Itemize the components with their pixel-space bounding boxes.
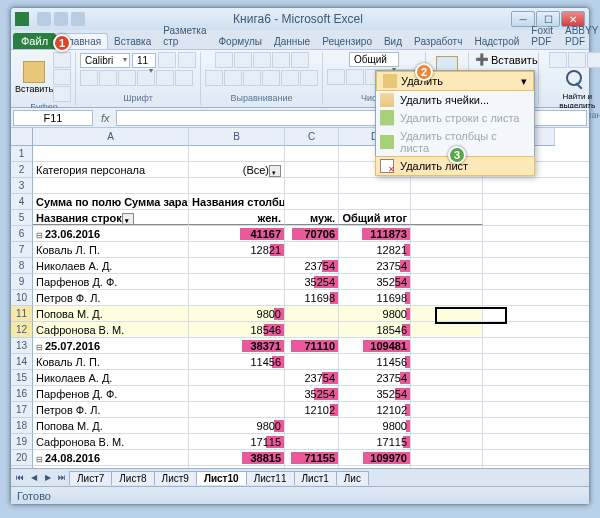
- sort-icon[interactable]: [587, 52, 600, 68]
- currency-icon[interactable]: [327, 69, 345, 85]
- callout-marker-1: 1: [53, 34, 71, 52]
- grid[interactable]: Категория персонала(Все)Сумма по полю Су…: [33, 146, 589, 468]
- paste-icon: [23, 61, 45, 83]
- filter-dropdown-icon[interactable]: [269, 165, 281, 177]
- find-icon: [566, 70, 588, 92]
- cut-icon[interactable]: [53, 52, 71, 68]
- sheet-tab[interactable]: Лист11: [246, 471, 295, 485]
- decrease-font-icon[interactable]: [178, 52, 196, 68]
- align-middle-icon[interactable]: [234, 52, 252, 68]
- align-center-icon[interactable]: [224, 70, 242, 86]
- sheet-tab[interactable]: Лист1: [294, 471, 337, 485]
- sheet-nav-last[interactable]: ⏭: [55, 471, 69, 485]
- sheet-tab-active[interactable]: Лист10: [196, 471, 247, 485]
- underline-icon[interactable]: [118, 70, 136, 86]
- delete-sheet-icon: [380, 159, 394, 173]
- excel-icon: [15, 12, 29, 26]
- format-painter-icon[interactable]: [53, 86, 71, 102]
- fill-color-icon[interactable]: [156, 70, 174, 86]
- indent-decrease-icon[interactable]: [262, 70, 280, 86]
- filter-dropdown-icon[interactable]: [122, 213, 134, 225]
- orientation-icon[interactable]: [272, 52, 290, 68]
- font-name-select[interactable]: Calibri: [80, 53, 130, 68]
- bold-icon[interactable]: [80, 70, 98, 86]
- delete-icon: [383, 74, 397, 88]
- col-header-a[interactable]: A: [33, 128, 189, 146]
- sheet-tab[interactable]: Лист8: [111, 471, 154, 485]
- window-title: Книга6 - Microsoft Excel: [85, 12, 511, 26]
- qat-undo-icon[interactable]: [54, 12, 68, 26]
- callout-marker-3: 3: [448, 146, 466, 164]
- sheet-tab[interactable]: Лист7: [69, 471, 112, 485]
- tab-foxit[interactable]: Foxit PDF: [525, 23, 559, 49]
- sheet-tab[interactable]: Лист9: [154, 471, 197, 485]
- cells-insert-button[interactable]: ➕Вставить: [473, 52, 534, 67]
- merge-icon[interactable]: [300, 70, 318, 86]
- italic-icon[interactable]: [99, 70, 117, 86]
- ribbon-tabs: Файл Главная Вставка Разметка стр Формул…: [11, 30, 589, 50]
- tab-file[interactable]: Файл: [13, 33, 56, 49]
- find-select-button[interactable]: Найти и выделить: [552, 70, 600, 110]
- select-all-corner[interactable]: [11, 128, 33, 146]
- tab-view[interactable]: Вид: [378, 34, 408, 49]
- number-format-select[interactable]: Общий: [349, 52, 399, 67]
- align-left-icon[interactable]: [205, 70, 223, 86]
- autosum-icon[interactable]: [549, 52, 567, 68]
- font-color-icon[interactable]: [175, 70, 193, 86]
- delete-rows-item[interactable]: Удалить строки с листа: [376, 109, 534, 127]
- sheet-tabs: ⏮ ◀ ▶ ⏭ Лист7 Лист8 Лист9 Лист10 Лист11 …: [11, 468, 589, 486]
- percent-icon[interactable]: [346, 69, 364, 85]
- delete-rows-icon: [380, 110, 394, 126]
- tab-insert[interactable]: Вставка: [108, 34, 157, 49]
- callout-marker-2: 2: [415, 63, 433, 81]
- indent-increase-icon[interactable]: [281, 70, 299, 86]
- align-right-icon[interactable]: [243, 70, 261, 86]
- align-bottom-icon[interactable]: [253, 52, 271, 68]
- name-box[interactable]: F11: [13, 110, 93, 126]
- delete-cols-icon: [380, 135, 394, 149]
- row-headers: 123456789101112131415161718192021222324: [11, 146, 33, 468]
- tab-layout[interactable]: Разметка стр: [157, 23, 212, 49]
- sheet-nav-prev[interactable]: ◀: [27, 471, 41, 485]
- qat-save-icon[interactable]: [37, 12, 51, 26]
- col-header-c[interactable]: C: [285, 128, 339, 146]
- qat-redo-icon[interactable]: [71, 12, 85, 26]
- fill-icon[interactable]: [568, 52, 586, 68]
- titlebar: Книга6 - Microsoft Excel ─ ☐ ✕: [11, 8, 589, 30]
- tab-data[interactable]: Данные: [268, 34, 316, 49]
- delete-cells-icon: [380, 93, 394, 107]
- font-size-select[interactable]: 11: [132, 53, 156, 68]
- col-header-b[interactable]: B: [189, 128, 285, 146]
- align-top-icon[interactable]: [215, 52, 233, 68]
- sheet-tab[interactable]: Лис: [336, 471, 369, 485]
- group-alignment: Выравнивание: [205, 93, 318, 105]
- delete-button[interactable]: Удалить ▾: [376, 71, 534, 91]
- fx-icon[interactable]: fx: [95, 112, 116, 124]
- tab-dev[interactable]: Разработч: [408, 34, 468, 49]
- group-font: Шрифт: [80, 93, 196, 105]
- tab-formulas[interactable]: Формулы: [213, 34, 269, 49]
- sheet-nav-next[interactable]: ▶: [41, 471, 55, 485]
- delete-cells-item[interactable]: Удалить ячейки...: [376, 91, 534, 109]
- tab-abbyy[interactable]: ABBYY PDF: [559, 23, 600, 49]
- status-bar: Готово: [11, 486, 589, 504]
- paste-button[interactable]: Вставить: [17, 57, 51, 97]
- status-text: Готово: [17, 490, 51, 502]
- sheet-nav-first[interactable]: ⏮: [13, 471, 27, 485]
- tab-addins[interactable]: Надстрой: [468, 34, 525, 49]
- wrap-text-icon[interactable]: [291, 52, 309, 68]
- increase-font-icon[interactable]: [158, 52, 176, 68]
- tab-review[interactable]: Рецензиро: [316, 34, 378, 49]
- copy-icon[interactable]: [53, 69, 71, 85]
- quick-access-toolbar: [37, 12, 85, 26]
